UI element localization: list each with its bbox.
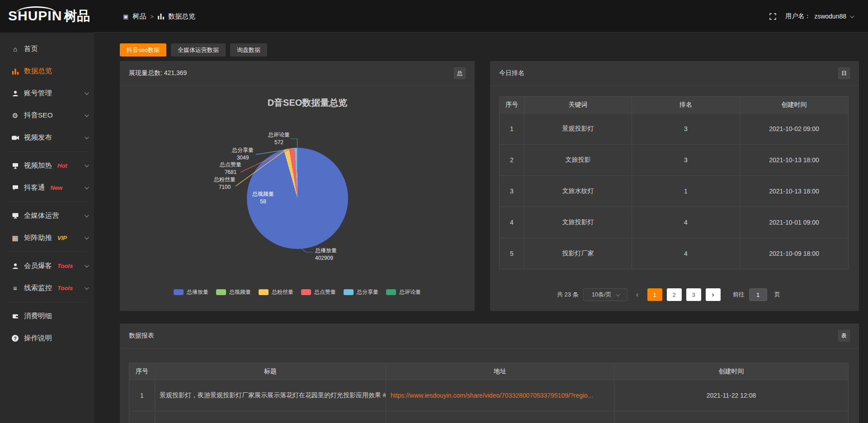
column-header-title: 标题 [155, 363, 386, 380]
cell-created: 2021-10-13 18:00 [740, 176, 849, 207]
user-menu[interactable]: 用户名： zswodun88 [785, 12, 853, 20]
pie-label-value: 7681 [220, 169, 241, 176]
pie-label-name: 总播放量 [315, 247, 337, 254]
sidebar-item-video-publish[interactable]: 视频发布 [0, 127, 94, 149]
pie-label-value: 58 [252, 198, 274, 206]
projector-icon [11, 162, 19, 169]
sidebar-item-data-overview[interactable]: 数据总览 [0, 60, 94, 82]
breadcrumb-root[interactable]: 树品 [132, 12, 146, 21]
legend-item[interactable]: 总视频量 [216, 288, 251, 296]
legend-item[interactable]: 总播放量 [174, 288, 208, 296]
chevron-down-icon [85, 213, 89, 217]
pagination: 共 23 条 10条/页 ‹ 1 2 3 › 前往 页 [557, 288, 780, 301]
chevron-down-icon [85, 263, 89, 268]
table-row[interactable]: 2 文旅投影 3 2021-10-13 18:00 [500, 145, 849, 176]
page-button-3[interactable]: 3 [686, 288, 701, 301]
total-toggle-button[interactable]: 总 [454, 67, 466, 79]
legend-item[interactable]: 总粉丝量 [259, 288, 293, 296]
goto-page-input[interactable] [749, 288, 767, 301]
report-table-header-row: 序号 标题 地址 创建时间 [129, 363, 849, 380]
chevron-down-icon [85, 235, 89, 240]
page-size-value: 10条/页 [592, 291, 612, 299]
legend-swatch [344, 289, 354, 295]
column-header-index: 序号 [129, 363, 155, 380]
camera-icon [11, 134, 19, 141]
sidebar-item-label: 账号管理 [24, 89, 52, 98]
sidebar-item-label: 线索监控 [24, 283, 52, 293]
sidebar-item-label: 抖客通 [24, 183, 45, 193]
chevron-down-icon [616, 292, 620, 296]
breadcrumb-current[interactable]: 数据总览 [168, 12, 195, 21]
chevron-down-icon [85, 285, 89, 290]
legend-item[interactable]: 总评论量 [386, 288, 421, 296]
pie-label-name: 总评论量 [268, 131, 290, 139]
cell-title: 景观投影灯，夜游景观投影灯厂家展示展示落花灯在花园里的灯光投影应用效果 # [155, 380, 386, 411]
sidebar-item-help[interactable]: ? 操作说明 [0, 327, 94, 349]
day-toggle-button[interactable]: 日 [838, 67, 850, 79]
rank-body: 序号 关键词 排名 创建时间 1 景观投影灯 3 2021-10 [490, 86, 859, 310]
cell-keyword: 投影灯厂家 [524, 238, 632, 269]
sidebar-item-matrix-boost[interactable]: ▦ 矩阵助推 VIP [0, 227, 94, 249]
prev-page-button[interactable]: ‹ [632, 290, 643, 299]
sidebar-item-member-burst[interactable]: 会员爆客 Tools [0, 255, 94, 277]
chart-title: D音SEO数据量总览 [268, 97, 348, 109]
table-row[interactable]: 1 景观投影灯，夜游景观投影灯厂家展示展示落花灯在花园里的灯光投影应用效果 # … [129, 380, 849, 411]
sidebar-item-consumption[interactable]: 消费明细 [0, 305, 94, 327]
page-button-1[interactable]: 1 [647, 288, 662, 301]
table-row[interactable]: 1 景观投影灯 3 2021-10-02 09:00 [500, 113, 849, 145]
legend-item[interactable]: 总分享量 [344, 288, 378, 296]
tab-inquiry-data[interactable]: 询盘数据 [230, 43, 267, 56]
fullscreen-icon[interactable] [769, 13, 776, 20]
pie-label-likes: 总点赞量 7681 [220, 161, 241, 176]
breadcrumb-separator: > [150, 13, 154, 20]
sidebar-item-douketong[interactable]: 抖客通 New [0, 177, 94, 199]
sidebar-item-label: 矩阵助推 [24, 233, 52, 243]
cell-rank: 3 [632, 113, 740, 145]
table-toggle-button[interactable]: 表 [838, 330, 850, 342]
cell-keyword: 文旅投影 [524, 145, 632, 176]
sidebar-item-omnimedia[interactable]: 全媒体运营 [0, 205, 94, 227]
cell-created: 2021-10-13 18:00 [740, 145, 849, 176]
cell-index: 2 [500, 145, 524, 176]
cell-index: 3 [500, 176, 524, 207]
tab-douyin-seo[interactable]: 抖音seo数据 [120, 43, 166, 56]
sidebar-item-home[interactable]: ⌂ 首页 [0, 38, 94, 60]
main-content: 抖音seo数据 全媒体运营数据 询盘数据 展现量总数: 421,369 总 D音… [94, 33, 868, 423]
table-row[interactable] [129, 411, 849, 423]
sidebar-item-lead-monitor[interactable]: ≡ 线索监控 Tools [0, 277, 94, 299]
table-row[interactable]: 4 文旅投影灯 4 2021-10-01 09:00 [500, 207, 849, 238]
table-row[interactable]: 5 投影灯厂家 4 2021-10-09 18:00 [500, 238, 849, 269]
pie-label-name: 总分享量 [232, 146, 254, 154]
legend-item[interactable]: 总点赞量 [301, 288, 336, 296]
cell-index: 1 [500, 113, 524, 145]
report-body: 序号 标题 地址 创建时间 1 景观投影灯，夜游景观投影灯厂家展示展示落花灯在花… [120, 348, 859, 423]
username-label: 用户名： [785, 12, 811, 20]
sidebar-item-account[interactable]: 账号管理 [0, 82, 94, 104]
sidebar-item-label: 视频加热 [24, 161, 52, 170]
pie-label-name: 总点赞量 [220, 161, 241, 169]
rank-panel-header: 今日排名 日 [490, 61, 859, 86]
page-button-2[interactable]: 2 [667, 288, 682, 301]
chart-legend: 总播放量 总视频量 总粉丝量 总点赞量 总分享量 总评论量 [120, 288, 475, 296]
sidebar-divider [7, 252, 87, 252]
sidebar-divider [7, 202, 87, 202]
page-size-select[interactable]: 10条/页 [583, 288, 627, 301]
cell-keyword: 文旅水纹灯 [524, 176, 632, 207]
member-icon [11, 263, 19, 270]
legend-label: 总评论量 [399, 288, 421, 296]
tab-omnimedia-data[interactable]: 全媒体运营数据 [171, 43, 226, 56]
rank-table-header-row: 序号 关键词 排名 创建时间 [500, 97, 849, 113]
cell-index [129, 411, 155, 423]
sidebar-item-label: 首页 [24, 44, 38, 54]
chevron-down-icon [85, 90, 89, 95]
pie-label-comments: 总评论量 572 [268, 131, 290, 146]
gear-icon: ⚙ [11, 112, 19, 119]
sidebar-item-douyin-seo[interactable]: ⚙ 抖音SEO [0, 104, 94, 127]
video-link[interactable]: https://www.iesdouyin.com/share/video/70… [391, 392, 593, 399]
chart-panel-header: 展现量总数: 421,369 总 [120, 61, 475, 86]
table-row[interactable]: 3 文旅水纹灯 1 2021-10-13 18:00 [500, 176, 849, 207]
next-page-button[interactable]: › [706, 288, 721, 301]
cell-title [155, 411, 386, 423]
sidebar-item-video-heat[interactable]: 视频加热 Hot [0, 155, 94, 177]
data-report-panel: 数据报表 表 序号 标题 地址 创建时间 [120, 324, 859, 423]
